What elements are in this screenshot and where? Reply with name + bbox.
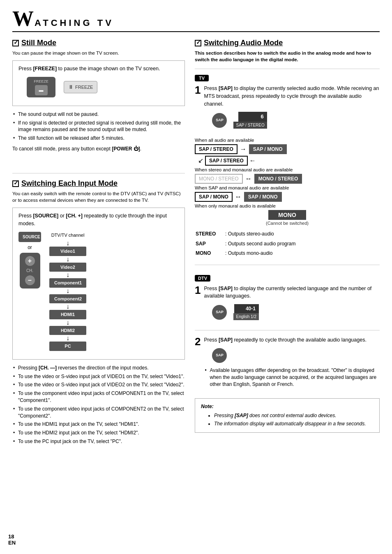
main-layout: Still Mode You can pause the image shown… xyxy=(12,39,380,449)
sap-mono-btn-2: SAP / MONO xyxy=(195,192,233,202)
step1-content: Press [SAP] to display the currently sel… xyxy=(204,85,380,133)
tv-display: 6 SAP / STEREO xyxy=(233,112,267,129)
sap-stereo-btn-2: SAP / STEREO xyxy=(205,156,248,166)
chain-arrow-1: ↓ xyxy=(66,256,69,263)
dtv-sap-row-2: SAP xyxy=(212,348,371,363)
chain-arrow-4: ↓ xyxy=(66,303,69,310)
page-lang: EN xyxy=(8,540,16,546)
page-footer: 18 EN xyxy=(8,533,16,546)
input-diagram: SOURCE or + CH. – DTV/TV channel ↓ Video… xyxy=(18,232,179,351)
audio-mode-subtitle: This section describes how to switch the… xyxy=(195,50,380,63)
sap-button-dtv-2: SAP xyxy=(212,348,227,363)
input-bullet-2: To use the video or S-video input jack o… xyxy=(12,381,185,388)
mono-stereo-dark-btn: MONO / STEREO xyxy=(254,174,302,184)
legend-row-mono: MONO : Outputs mono-audio xyxy=(196,249,295,258)
dtv-divider xyxy=(195,265,380,265)
all-flow-row2: ↙ SAP / STEREO ← xyxy=(198,156,380,166)
sap-stereo-display: SAP / STEREO xyxy=(233,122,267,129)
input-mode-instr: Press [SOURCE] or [CH. +] repeatedly to … xyxy=(18,213,167,226)
step-num-dtv-1: 1 xyxy=(195,285,201,295)
still-mode-subtitle: You can pause the image shown on the TV … xyxy=(12,50,185,56)
still-mode-instr: Press [FREEZE] to pause the image shown … xyxy=(18,66,160,72)
step-num-1: 1 xyxy=(195,85,201,95)
freeze-btn-label: FREEZE xyxy=(34,79,48,85)
legend-key-stereo: STEREO xyxy=(196,230,224,239)
chain-arrow-0: ↓ xyxy=(66,240,69,247)
audio-mode-label: Switching Audio Mode xyxy=(204,39,283,47)
all-flow-row1: SAP / STEREO → SAP / MONO xyxy=(195,144,380,154)
legend-val-sap: : Outputs second audio program xyxy=(225,240,295,249)
ch-label: CH. xyxy=(26,268,33,274)
input-bullet-7: To use the PC input jack on the TV, sele… xyxy=(12,438,185,445)
chain-node-1: Video2 xyxy=(49,263,86,272)
input-bullet-6: To use the HDMI2 input jack on the TV, s… xyxy=(12,429,185,436)
or-label: or xyxy=(28,244,32,251)
input-bullet-5: To use the HDMI1 input jack on the TV, s… xyxy=(12,421,185,428)
audio-caption-mono: When only monaural audio is available xyxy=(195,203,380,208)
page-number: 18 xyxy=(8,533,14,540)
note-bullet-0: Pressing [SAP] does not control external… xyxy=(214,412,374,419)
chain-arrow-3: ↓ xyxy=(66,288,69,294)
step-num-dtv-2: 2 xyxy=(195,336,201,347)
still-bullet-1: The sound output will not be paused. xyxy=(12,111,185,118)
chain-arrow-2: ↓ xyxy=(66,272,69,278)
step2-divider xyxy=(195,330,380,330)
stereo-flow: MONO / STEREO ↔ MONO / STEREO xyxy=(195,174,380,184)
audio-mode-title: Switching Audio Mode xyxy=(195,39,380,47)
input-bullet-4: To use the component video input jacks o… xyxy=(12,406,185,420)
step1-dtv-content: Press [SAP] to display the currently sel… xyxy=(204,285,380,325)
audio-caption-sap: When SAP and monaural audio are availabl… xyxy=(195,185,380,190)
header-letter: W xyxy=(12,8,34,30)
left-column: Still Mode You can pause the image shown… xyxy=(12,39,185,449)
mono-only-sub: (Cannot be switched) xyxy=(195,221,380,226)
chain-node-4: HDMI1 xyxy=(49,310,86,319)
input-mode-label: Switching Each Input Mode xyxy=(21,179,118,188)
legend-val-mono: : Outputs mono-audio xyxy=(225,249,295,258)
dtv-step2: 2 Press [SAP] repeatedly to cycle throug… xyxy=(195,336,380,392)
sap-flow: SAP / MONO ↔ SAP / MONO xyxy=(195,192,380,202)
checkbox-icon-2 xyxy=(12,180,19,187)
chain-top-label: DTV/TV channel xyxy=(51,232,85,239)
sap-button-dtv-1: SAP xyxy=(212,305,227,320)
legend-val-stereo: : Outputs stereo-audio xyxy=(225,230,295,239)
dtv-display-box: 40-1 English 1/2 xyxy=(233,304,258,320)
section-gap xyxy=(12,155,185,167)
still-bullet-3: The still function will be released afte… xyxy=(12,135,185,142)
checkbox-icon-3 xyxy=(195,40,201,46)
freeze-button-remote: FREEZE ▬ xyxy=(27,77,55,97)
right-column: Switching Audio Mode This section descri… xyxy=(195,39,380,449)
still-bullet-2: If no signal is detected or protected si… xyxy=(12,120,185,134)
mono-only-block: MONO (Cannot be switched) xyxy=(195,210,380,226)
input-chain: DTV/TV channel ↓ Video1 ↓ Video2 ↓ Compo… xyxy=(49,232,86,351)
audio-caption-stereo: When stereo and monaural audio are avail… xyxy=(195,167,380,172)
chain-node-5: HDMI2 xyxy=(49,326,86,335)
arrow-back-hook: ← xyxy=(249,157,256,164)
legend-row-sap: SAP : Outputs second audio program xyxy=(196,240,295,249)
chain-arrow-6: ↓ xyxy=(66,335,69,342)
arrow-back-left: ↙ xyxy=(198,157,203,164)
dtv-sap-row: SAP 40-1 English 1/2 xyxy=(212,304,371,320)
legend-row-stereo: STEREO : Outputs stereo-audio xyxy=(196,230,295,239)
input-bullet-1: To use the video or S-video input jack o… xyxy=(12,373,185,380)
arrow-1: → xyxy=(240,145,247,153)
still-mode-title: Still Mode xyxy=(12,39,185,47)
input-mode-subtitle: You can easily switch with the remote co… xyxy=(12,190,185,203)
input-bullet-0: Pressing [CH. —] reverses the direction … xyxy=(12,365,185,372)
ch-remote: + CH. – xyxy=(20,253,40,289)
chain-arrow-5: ↓ xyxy=(66,319,69,326)
source-button: SOURCE xyxy=(18,232,41,242)
checkbox-icon xyxy=(12,40,19,46)
legend-key-sap: SAP xyxy=(196,240,224,249)
freeze-button-screen: ⏸ FREEZE xyxy=(64,81,97,93)
sap-mono-dark-btn: SAP / MONO xyxy=(244,192,282,202)
chain-node-0: Video1 xyxy=(49,247,86,256)
still-mode-cancel: To cancel still mode, press any button e… xyxy=(12,146,185,152)
mono-only-btn: MONO xyxy=(268,210,306,220)
mono-stereo-outline-btn: MONO / STEREO xyxy=(195,174,243,184)
tv-badge: TV xyxy=(195,75,209,81)
dtv-bullets: Available languages differ depending on … xyxy=(204,367,380,388)
audio-mode-section: Switching Audio Mode This section descri… xyxy=(195,39,380,433)
input-mode-bullets: Pressing [CH. —] reverses the direction … xyxy=(12,365,185,445)
note-box: Note: Pressing [SAP] does not control ex… xyxy=(195,398,380,433)
note-title: Note: xyxy=(201,403,374,410)
